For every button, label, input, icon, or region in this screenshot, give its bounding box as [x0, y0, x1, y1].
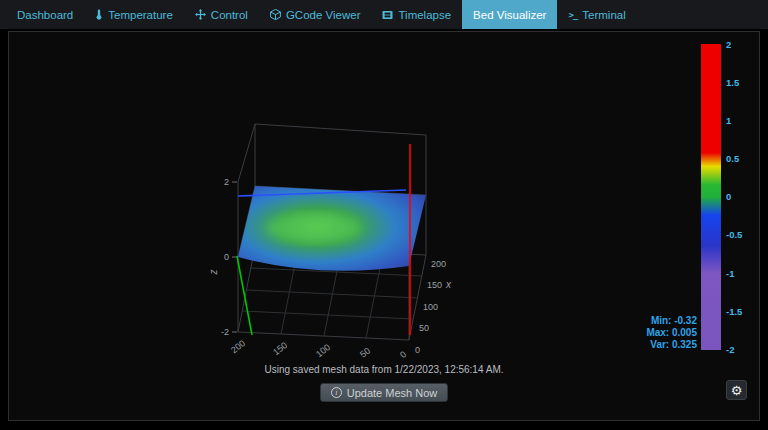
y-axis-ticks: 200 150 100 50 0 [229, 338, 408, 360]
svg-text:0: 0 [415, 345, 420, 355]
svg-text:150: 150 [271, 340, 289, 357]
thermometer-icon [95, 9, 103, 20]
gear-icon: ⚙ [731, 384, 743, 397]
svg-text:-1.5: -1.5 [726, 306, 743, 317]
svg-text:-0.5: -0.5 [726, 229, 743, 240]
svg-text:50: 50 [419, 323, 429, 333]
tab-label: Control [211, 9, 248, 21]
svg-text:200: 200 [229, 338, 247, 355]
x-axis-ticks: 0 50 100 150 200 [415, 259, 446, 355]
tab-temperature[interactable]: Temperature [84, 0, 184, 29]
mesh-stat-max: Max: 0.005 [646, 327, 697, 338]
svg-text:0: 0 [224, 252, 229, 262]
update-mesh-button-label: Update Mesh Now [347, 387, 438, 399]
tab-control[interactable]: Control [184, 0, 259, 29]
settings-button[interactable]: ⚙ [726, 380, 747, 400]
mesh-stat-var: Var: 0.325 [650, 339, 697, 350]
update-mesh-button[interactable]: i Update Mesh Now [320, 383, 449, 402]
cube-icon [270, 9, 281, 20]
svg-text:2: 2 [224, 177, 229, 187]
svg-text:2: 2 [726, 39, 731, 50]
info-icon: i [331, 387, 342, 398]
colorbar-ticks: 2 1.5 1 0.5 0 -0.5 -1 -1.5 -2 [726, 39, 743, 355]
main-navbar: Dashboard Temperature Control GCode View… [0, 0, 768, 29]
mesh-stat-min: Min: -0.32 [651, 315, 698, 326]
z-axis-title: z [208, 270, 219, 276]
film-icon [382, 10, 393, 20]
tab-bed-visualizer[interactable]: Bed Visualizer [462, 0, 557, 29]
svg-text:1: 1 [726, 115, 732, 126]
arrows-icon [195, 9, 206, 20]
svg-text:100: 100 [314, 342, 332, 359]
svg-text:100: 100 [423, 302, 438, 312]
tab-label: Bed Visualizer [473, 9, 546, 21]
bed-visualizer-panel: 2 0 -2 z 0 50 100 150 200 x 200 150 100 … [8, 31, 760, 421]
tab-dashboard[interactable]: Dashboard [6, 0, 84, 29]
green-axis-line [237, 256, 252, 335]
svg-text:-2: -2 [221, 327, 229, 337]
tab-label: GCode Viewer [286, 9, 361, 21]
svg-text:1.5: 1.5 [726, 77, 740, 88]
svg-text:150: 150 [427, 280, 442, 290]
svg-text:0: 0 [398, 349, 408, 360]
svg-text:0: 0 [726, 191, 731, 202]
z-axis-ticks: 2 0 -2 [221, 177, 237, 337]
bed-mesh-3d-plot[interactable]: 2 0 -2 z 0 50 100 150 200 x 200 150 100 … [9, 32, 759, 362]
mesh-surface-highlight [266, 213, 362, 243]
mesh-data-status: Using saved mesh data from 1/22/2023, 12… [9, 364, 759, 375]
x-axis-title: x [445, 279, 452, 290]
tab-label: Timelapse [398, 9, 451, 21]
svg-text:200: 200 [431, 259, 446, 269]
tab-timelapse[interactable]: Timelapse [371, 0, 462, 29]
tab-label: Dashboard [17, 9, 73, 21]
svg-text:0.5: 0.5 [726, 153, 740, 164]
svg-text:50: 50 [358, 346, 372, 360]
tab-label: Temperature [108, 9, 173, 21]
update-mesh-row: i Update Mesh Now [9, 381, 759, 402]
tab-gcode-viewer[interactable]: GCode Viewer [259, 0, 372, 29]
mesh-stats: Min: -0.32 Max: 0.005 Var: 0.325 [646, 315, 697, 350]
svg-text:-2: -2 [726, 344, 734, 355]
colorbar: 2 1.5 1 0.5 0 -0.5 -1 -1.5 -2 [701, 39, 743, 355]
svg-text:-1: -1 [726, 268, 735, 279]
tab-terminal[interactable]: >_ Terminal [557, 0, 636, 29]
terminal-icon: >_ [568, 10, 577, 20]
tab-label: Terminal [582, 9, 625, 21]
